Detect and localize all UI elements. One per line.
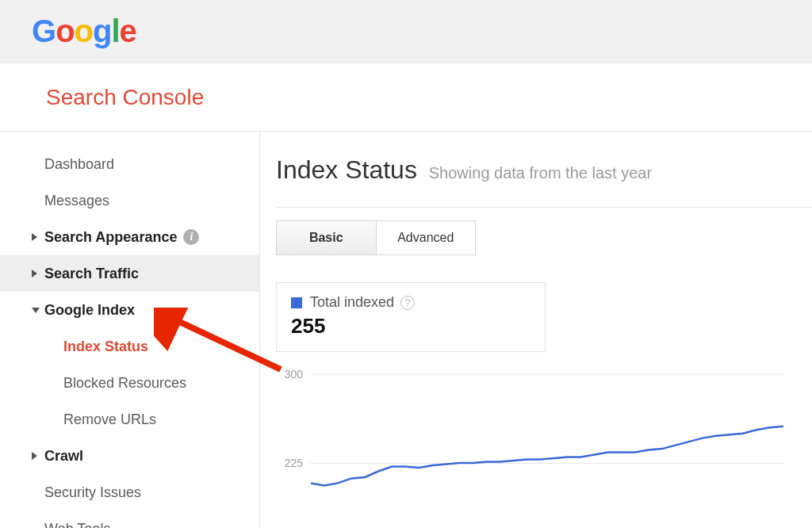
sidebar-item-security-issues[interactable]: Security Issues [0,474,259,511]
tab-label: Advanced [397,231,454,245]
top-bar: Google [0,0,812,63]
page-subtitle: Showing data from the last year [429,164,652,182]
legend-value: 255 [291,314,530,339]
page-heading: Index Status Showing data from the last … [276,155,812,185]
logo-letter: g [93,13,111,48]
y-tick-label: 300 [276,368,303,381]
chart: 300 225 [276,368,783,511]
sidebar-item-label: Search Appearance [44,229,177,246]
google-logo: Google [32,13,136,49]
chevron-right-icon [32,452,37,460]
title-bar: Search Console [0,63,812,132]
product-title: Search Console [46,85,204,110]
sidebar-item-label: Blocked Resources [63,375,186,392]
sidebar-item-label: Messages [44,193,109,209]
sidebar-item-label: Search Traffic [44,266,139,282]
sidebar-item-label: Google Index [44,302,135,319]
sidebar-item-label: Dashboard [44,156,114,173]
sidebar-item-label: Security Issues [44,484,141,501]
sidebar: Dashboard Messages Search Appearance i S… [0,132,260,528]
chevron-down-icon [32,308,40,313]
sidebar-item-dashboard[interactable]: Dashboard [0,146,259,182]
logo-letter: e [120,13,136,48]
tab-advanced[interactable]: Advanced [376,221,476,254]
logo-letter: G [32,13,56,48]
main-content: Index Status Showing data from the last … [260,132,812,528]
help-icon[interactable]: ? [400,296,415,310]
sidebar-item-crawl[interactable]: Crawl [0,438,259,474]
logo-letter: o [56,13,74,48]
sidebar-item-web-tools[interactable]: Web Tools [0,511,259,528]
sidebar-item-google-index[interactable]: Google Index [0,292,259,328]
sidebar-item-blocked-resources[interactable]: Blocked Resources [0,365,259,401]
chevron-right-icon [32,233,37,241]
info-icon[interactable]: i [183,229,199,245]
sidebar-item-remove-urls[interactable]: Remove URLs [0,401,259,438]
logo-letter: o [75,13,93,48]
sidebar-item-search-appearance[interactable]: Search Appearance i [0,219,259,255]
logo-letter: l [111,13,119,48]
tab-bar: Basic Advanced [276,220,476,255]
sidebar-item-search-traffic[interactable]: Search Traffic [0,255,259,292]
tab-basic[interactable]: Basic [277,221,376,254]
chart-line [311,368,783,511]
sidebar-item-label: Web Tools [44,521,110,529]
sidebar-item-messages[interactable]: Messages [0,182,259,219]
sidebar-item-index-status[interactable]: Index Status [0,328,259,365]
sidebar-item-label: Index Status [63,339,148,355]
y-tick-label: 225 [276,457,303,469]
chevron-right-icon [32,270,37,277]
legend-label: Total indexed [310,294,394,311]
legend-swatch [291,297,302,308]
sidebar-item-label: Crawl [44,448,83,465]
sidebar-item-label: Remove URLs [63,411,156,428]
legend-box: Total indexed ? 255 [276,282,546,352]
page-title: Index Status [276,155,417,184]
tab-label: Basic [309,231,343,245]
